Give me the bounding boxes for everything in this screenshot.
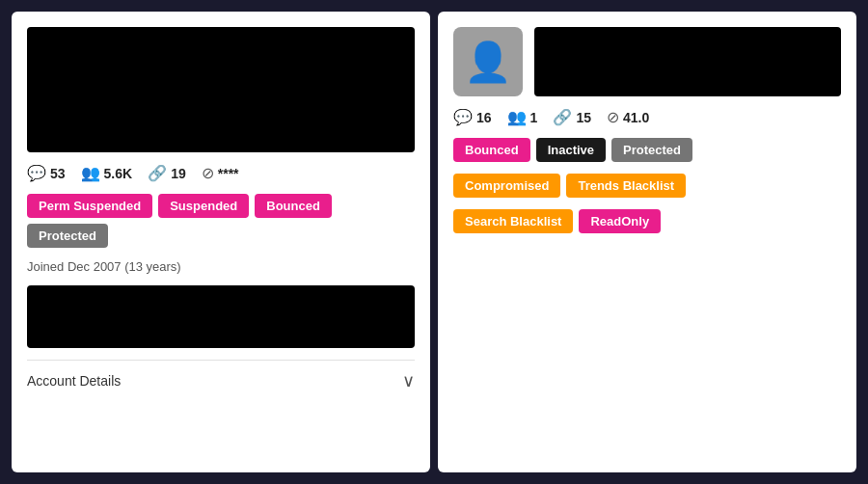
right-stat-following: 🔗 15 xyxy=(553,108,591,126)
avatar-silhouette-icon: 👤 xyxy=(464,40,512,85)
right-tags-row2: Compromised Trends Blacklist xyxy=(453,174,841,198)
right-stats-row: 💬 16 👥 1 🔗 15 ⊘ 41.0 xyxy=(453,108,841,126)
right-stat-extra: ⊘ 41.0 xyxy=(607,108,649,126)
left-stat-followers: 👥 5.6K xyxy=(81,164,133,182)
left-following-value: 19 xyxy=(171,166,186,181)
tag-readonly[interactable]: ReadOnly xyxy=(579,209,661,233)
joined-date: Joined Dec 2007 (13 years) xyxy=(27,259,415,274)
right-extra-value: 41.0 xyxy=(623,110,649,125)
tag-inactive[interactable]: Inactive xyxy=(536,138,606,162)
left-account-box xyxy=(27,285,415,348)
right-card: 👤 💬 16 👥 1 🔗 15 ⊘ 41.0 Bounced xyxy=(438,12,856,472)
right-comments-value: 16 xyxy=(476,110,492,125)
left-card: 💬 53 👥 5.6K 🔗 19 ⊘ **** Perm Suspended S… xyxy=(12,12,430,472)
tag-protected[interactable]: Protected xyxy=(27,224,108,248)
left-followers-value: 5.6K xyxy=(104,166,133,181)
right-tags-row3: Search Blacklist ReadOnly xyxy=(453,209,841,233)
right-following-value: 15 xyxy=(576,110,591,125)
tag-bounced[interactable]: Bounced xyxy=(255,194,332,218)
left-stats-row: 💬 53 👥 5.6K 🔗 19 ⊘ **** xyxy=(27,164,415,182)
right-followers-icon: 👥 xyxy=(507,108,527,126)
left-comments-value: 53 xyxy=(50,166,66,181)
tag-trends-blacklist[interactable]: Trends Blacklist xyxy=(566,174,686,198)
comment-icon: 💬 xyxy=(27,164,46,182)
right-comment-icon: 💬 xyxy=(453,108,473,126)
right-following-icon: 🔗 xyxy=(553,108,572,126)
right-followers-value: 1 xyxy=(530,110,538,125)
main-container: 💬 53 👥 5.6K 🔗 19 ⊘ **** Perm Suspended S… xyxy=(0,0,868,484)
account-details-label: Account Details xyxy=(27,373,121,389)
tag-right-bounced[interactable]: Bounced xyxy=(453,138,530,162)
left-banner-image xyxy=(27,27,415,152)
left-stat-comments: 💬 53 xyxy=(27,164,66,182)
right-stat-comments: 💬 16 xyxy=(453,108,492,126)
tag-perm-suspended[interactable]: Perm Suspended xyxy=(27,194,152,218)
right-stat-followers: 👥 1 xyxy=(507,108,538,126)
right-name-image xyxy=(534,27,841,96)
following-icon: 🔗 xyxy=(148,164,167,182)
block-icon: ⊘ xyxy=(202,164,214,182)
tag-compromised[interactable]: Compromised xyxy=(453,174,560,198)
tag-suspended[interactable]: Suspended xyxy=(158,194,249,218)
tag-search-blacklist[interactable]: Search Blacklist xyxy=(453,209,573,233)
left-tags-section: Perm Suspended Suspended Bounced Protect… xyxy=(27,194,415,248)
right-header: 👤 xyxy=(453,27,841,96)
tag-right-protected[interactable]: Protected xyxy=(611,138,692,162)
followers-icon: 👥 xyxy=(81,164,100,182)
left-stat-extra: ⊘ **** xyxy=(202,164,239,182)
left-stat-following: 🔗 19 xyxy=(148,164,186,182)
right-tags-row1: Bounced Inactive Protected xyxy=(453,138,841,162)
avatar: 👤 xyxy=(453,27,523,96)
right-block-icon: ⊘ xyxy=(607,108,619,126)
left-extra-value: **** xyxy=(218,166,239,181)
account-details-row[interactable]: Account Details ∨ xyxy=(27,360,415,391)
chevron-down-icon[interactable]: ∨ xyxy=(402,370,415,391)
